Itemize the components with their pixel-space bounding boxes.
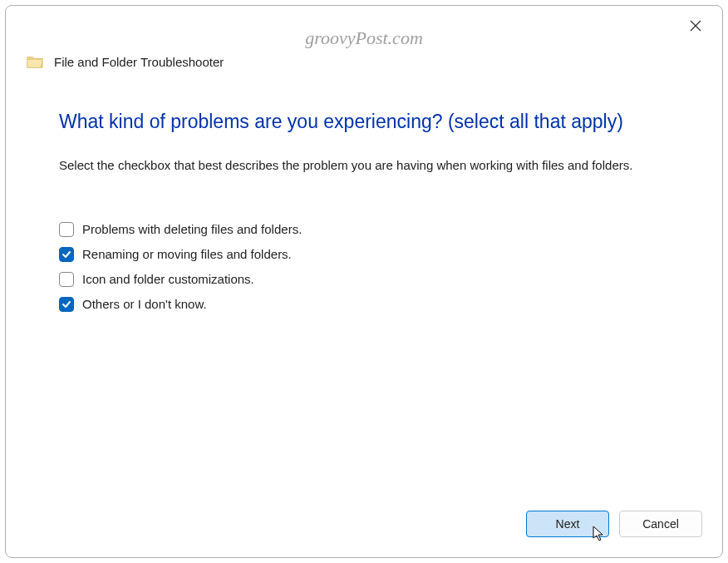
option-label: Icon and folder customizations. [82, 272, 254, 286]
close-icon [689, 19, 702, 32]
next-button[interactable]: Next [526, 511, 609, 537]
close-button[interactable] [689, 19, 706, 36]
option-delete-problems[interactable]: Problems with deleting files and folders… [59, 222, 669, 237]
checkbox[interactable] [59, 247, 74, 262]
dialog-title: File and Folder Troubleshooter [54, 55, 224, 69]
troubleshooter-dialog: groovyPost.com File and Folder Troublesh… [5, 5, 723, 558]
option-label: Renaming or moving files and folders. [82, 247, 292, 261]
folder-icon [26, 52, 44, 71]
checkbox[interactable] [59, 297, 74, 312]
dialog-header: File and Folder Troubleshooter [6, 6, 722, 71]
dialog-buttons: Next Cancel [6, 511, 722, 557]
description-text: Select the checkbox that best describes … [59, 156, 669, 175]
option-label: Problems with deleting files and folders… [82, 222, 302, 236]
problem-checklist: Problems with deleting files and folders… [59, 222, 669, 312]
option-others[interactable]: Others or I don't know. [59, 297, 669, 312]
checkbox[interactable] [59, 222, 74, 237]
main-heading: What kind of problems are you experienci… [59, 111, 669, 133]
dialog-content: What kind of problems are you experienci… [6, 71, 722, 511]
option-rename-move[interactable]: Renaming or moving files and folders. [59, 247, 669, 262]
option-icon-customization[interactable]: Icon and folder customizations. [59, 272, 669, 287]
checkbox[interactable] [59, 272, 74, 287]
option-label: Others or I don't know. [82, 297, 207, 311]
cancel-button[interactable]: Cancel [619, 511, 702, 537]
